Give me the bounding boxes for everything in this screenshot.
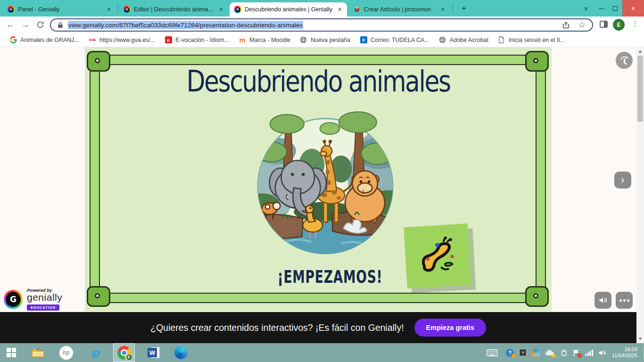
bookmarks-bar: Animales de GRANJ... GVA https://www.gva… [0,33,644,47]
word-button[interactable]: W [143,343,164,362]
tab-close-icon[interactable]: × [106,6,112,13]
hp-app-button[interactable]: hp [56,343,76,362]
page-scrollbar[interactable] [636,47,644,343]
bookmark-star-icon[interactable]: ☆ [578,21,586,29]
promo-message: ¿Quieres crear contenidos interactivos? … [150,322,404,333]
globe-icon [439,36,446,44]
tab-crear-articulo[interactable]: Crear Artículo | procomun × [349,2,450,16]
power-plug-icon[interactable] [560,349,568,356]
windows-taskbar: hp e E W ? ✶ [0,343,644,362]
scroll-down-icon[interactable] [638,337,642,340]
photos-tray-icon[interactable]: ✶ [519,349,527,356]
url-text-selected[interactable]: view.genially.com/67f7bef5ca033dc69fe712… [68,21,303,29]
frame-bar-top [107,55,529,65]
bookmark-label: https://www.gva.es/... [99,37,155,43]
system-tray: ? ✶ × [487,343,640,362]
outlook-icon: o [360,36,367,44]
next-slide-button[interactable]: › [614,172,631,189]
bookmark-evocacion[interactable]: e E-vocación - Idiom... [161,35,233,45]
url-bar[interactable]: view.genially.com/67f7bef5ca033dc69fe712… [50,18,593,32]
genially-favicon: G [7,6,15,13]
tab-label: Editor | Descubriendo animales [134,6,215,13]
clock[interactable]: 18:09 11/04/2025 [612,346,640,359]
bookmark-adobe-acrobat[interactable]: Adobe Acrobat [435,35,492,45]
bookmark-gva[interactable]: GVA https://www.gva.es/... [85,35,159,45]
browser-menu-icon[interactable]: ⋮ [632,19,639,28]
slide-title: Descubriendo animales [122,64,514,99]
frame-corner [87,51,110,72]
folder-icon [32,348,44,357]
bookmark-marca-moodle[interactable]: m Marca - Moodle [235,35,294,45]
tab-separator [117,4,118,12]
tab-close-icon[interactable]: × [337,6,343,13]
hp-logo-icon: hp [59,346,73,360]
touch-keyboard-icon[interactable] [487,349,498,356]
frame-bar-bottom [107,293,529,303]
reload-button[interactable] [34,18,47,31]
start-label: ¡EMPEZAMOS! [265,267,395,287]
profile-avatar[interactable]: E [613,19,625,31]
share-icon[interactable] [562,21,570,29]
maximize-icon [613,6,618,11]
tab-panel-genially[interactable]: G Panel - Genially × [3,2,116,16]
bookmark-label: Correo: TUDELA CA... [371,37,429,43]
window-close-button[interactable]: × [622,0,644,16]
start-button[interactable] [1,343,22,362]
sticky-note[interactable] [405,225,474,292]
scroll-up-icon[interactable] [638,50,642,53]
tab-close-icon[interactable]: × [440,6,446,13]
tab-descubriendo-active[interactable]: G Descubriendo animales | Genially × [230,2,347,16]
internet-explorer-button[interactable]: e [85,343,106,362]
document-icon [498,36,505,44]
tab-label: Descubriendo animales | Genially [245,6,334,13]
frame-bar-left [90,69,100,289]
tab-separator [453,4,453,12]
window-maximize-button[interactable] [609,0,621,16]
action-center-flag-icon[interactable]: × [573,349,580,356]
moodle-m-icon: m [239,36,246,44]
genially-watermark[interactable]: G Powered by genially EDUCATION [4,288,62,311]
tab-search-chevron-icon[interactable]: ∨ [580,0,592,16]
reload-icon [36,21,44,29]
bookmark-label: E-vocación - Idiom... [175,37,229,43]
forward-button[interactable]: → [19,18,32,31]
new-tab-button[interactable]: + [458,3,470,14]
bookmark-inicia-sessio[interactable]: Inicia sessió en el Il... [494,35,569,45]
google-g-icon [9,36,17,44]
bookmark-label: Marca - Moodle [249,37,290,43]
more-options-button[interactable] [616,292,633,309]
touch-gesture-icon [619,55,629,66]
bookmark-animales-granja[interactable]: Animales de GRANJ... [6,35,83,45]
presentation-slide[interactable]: Descubriendo animales [85,47,552,312]
tab-editor-descubriendo[interactable]: G Editor | Descubriendo animales × [119,2,228,16]
file-explorer-button[interactable] [27,343,48,362]
word-icon: W [148,346,160,359]
window-minimize-button[interactable]: — [595,0,608,16]
bookmark-correo-tudela[interactable]: o Correo: TUDELA CA... [356,35,433,45]
interactive-gesture-button[interactable] [616,52,633,69]
browser-window: G Panel - Genially × G Editor | Descubri… [0,0,644,362]
speaker-icon [599,296,608,304]
side-panel-icon[interactable] [600,21,608,28]
help-tray-icon[interactable]: ? [506,349,514,357]
internet-explorer-icon: e [91,346,99,360]
edge-button[interactable] [171,343,191,362]
chevron-right-icon: › [621,174,624,186]
cloud-sync-warning-icon[interactable] [545,349,554,356]
tab-close-icon[interactable]: × [218,6,224,13]
bookmark-label: Animales de GRANJ... [20,37,79,43]
scrollbar-thumb[interactable] [637,56,643,122]
audio-button[interactable] [594,292,611,309]
network-signal-icon[interactable] [585,350,593,356]
bookmark-nueva-pestana[interactable]: Nueva pestaña [296,35,354,45]
tab-label: Crear Artículo | procomun [364,6,437,13]
paint-tray-icon[interactable] [532,349,540,357]
back-button[interactable]: ← [4,18,17,31]
jungle-animals-illustration [244,106,406,266]
chrome-profile-badge: E [126,354,132,361]
education-badge: EDUCATION [27,304,59,311]
chrome-button-active[interactable]: E [113,343,135,362]
volume-tray-icon[interactable] [598,349,607,356]
empieza-gratis-button[interactable]: Empieza gratis [414,319,486,337]
giraffe-doodle-icon [416,235,459,276]
